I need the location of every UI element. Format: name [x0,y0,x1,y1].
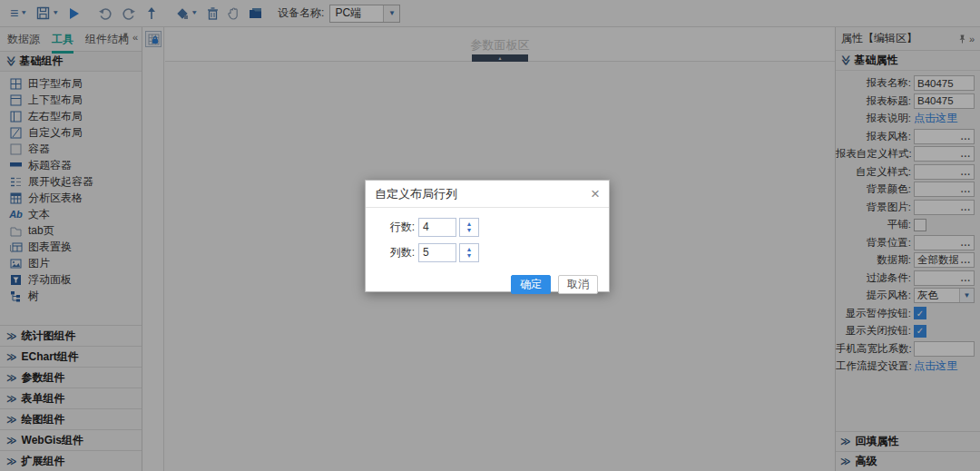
dialog-footer: 确定 取消 [366,271,609,294]
dialog-header: 自定义布局行列 × [366,181,609,208]
app-window: ≡ ▼ ▼ [0,0,980,471]
dialog-title: 自定义布局行列 [375,186,591,202]
cols-field: 列数: ▲ ▼ [366,242,609,262]
spinner-up-icon[interactable]: ▲ [466,221,473,227]
cols-label: 列数: [366,245,418,260]
rows-label: 行数: [366,220,418,235]
cols-stepper[interactable]: ▲ ▼ [459,243,479,262]
close-icon[interactable]: × [591,186,600,201]
spinner-up-icon[interactable]: ▲ [466,246,473,252]
rows-stepper[interactable]: ▲ ▼ [459,218,479,237]
cols-input[interactable] [418,243,456,262]
rows-input[interactable] [418,218,456,237]
rows-field: 行数: ▲ ▼ [366,217,609,237]
spinner-down-icon[interactable]: ▼ [466,227,473,233]
custom-layout-dialog: 自定义布局行列 × 行数: ▲ ▼ 列数: ▲ ▼ 确定 [365,180,610,292]
cancel-button[interactable]: 取消 [558,275,598,294]
spinner-down-icon[interactable]: ▼ [466,252,473,259]
dialog-body: 行数: ▲ ▼ 列数: ▲ ▼ [366,208,609,271]
ok-button[interactable]: 确定 [511,275,551,294]
